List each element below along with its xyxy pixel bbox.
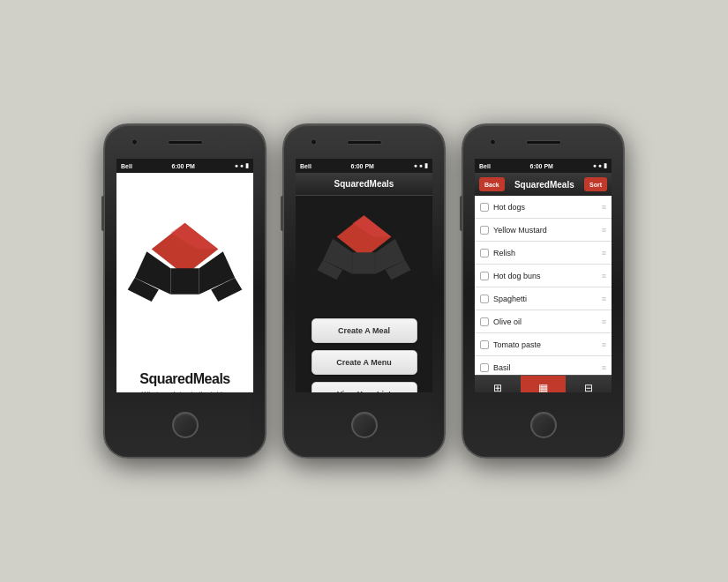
- checkbox-0[interactable]: [480, 203, 489, 212]
- tab-remove-item[interactable]: ⊟ Remove Item: [566, 376, 612, 392]
- list-content: Back SquaredMeals Sort Hot dogs ≡: [475, 173, 612, 392]
- status-icons-2: ● ● ▮: [414, 162, 428, 169]
- grocery-list: Hot dogs ≡ Yellow Mustard ≡ Relish ≡: [475, 196, 612, 375]
- checkbox-3[interactable]: [480, 272, 489, 280]
- phone-3-top: [463, 125, 623, 159]
- menu-content: SquaredMeals Create A Meal Cre: [296, 173, 432, 392]
- time-1: 6:00 PM: [172, 163, 195, 169]
- back-button[interactable]: Back: [479, 177, 505, 191]
- list-item[interactable]: Relish ≡: [475, 242, 612, 265]
- item-text-3: Hot dog buns: [493, 272, 597, 280]
- status-icons-1: ● ● ▮: [235, 162, 249, 169]
- nav-bar-2: SquaredMeals: [296, 173, 432, 196]
- create-meal-button[interactable]: Create A Meal: [311, 318, 417, 343]
- item-text-4: Spaghetti: [493, 295, 597, 303]
- checkbox-2[interactable]: [480, 249, 489, 257]
- remove-item-icon: ⊟: [584, 382, 593, 392]
- reorder-3: ≡: [602, 272, 606, 280]
- phone-2: Bell 6:00 PM ● ● ▮ SquaredMeals: [282, 123, 446, 459]
- home-button-3[interactable]: [530, 412, 557, 438]
- home-button-2[interactable]: [351, 412, 378, 438]
- item-text-0: Hot dogs: [493, 203, 597, 212]
- splash-content: SquaredMeals What you bring to the table…: [116, 173, 253, 392]
- status-bar-2: Bell 6:00 PM ● ● ▮: [296, 159, 432, 173]
- checkbox-6[interactable]: [480, 340, 489, 349]
- carrier-2: Bell: [300, 163, 311, 169]
- app-tagline-phone1: What you bring to the table.: [142, 390, 229, 392]
- phone-1-bottom: [105, 392, 265, 457]
- phone-2-top: [284, 125, 444, 159]
- svg-marker-11: [352, 252, 376, 273]
- tab-bar: ⊞ Add Item ▦ Your Menu ⊟ Remove Item: [475, 375, 612, 392]
- tab-add-item[interactable]: ⊞ Add Item: [475, 376, 521, 392]
- speaker-2: [347, 140, 382, 145]
- front-camera-3: [490, 139, 496, 146]
- status-bar-1: Bell 6:00 PM ● ● ▮: [116, 159, 253, 173]
- list-item[interactable]: Spaghetti ≡: [475, 287, 612, 310]
- phone-1: Bell 6:00 PM ● ● ▮: [103, 123, 266, 459]
- svg-marker-4: [170, 268, 199, 295]
- reorder-5: ≡: [602, 317, 606, 326]
- logo-large: [125, 182, 244, 361]
- status-bar-3: Bell 6:00 PM ● ● ▮: [475, 159, 612, 173]
- front-camera-2: [311, 139, 317, 146]
- time-2: 6:00 PM: [351, 163, 374, 169]
- your-menu-icon: ▦: [538, 382, 548, 392]
- menu-buttons: Create A Meal Create A Menu View Your Li…: [311, 318, 417, 392]
- checkbox-4[interactable]: [480, 295, 489, 303]
- app-title-phone1: SquaredMeals: [139, 371, 229, 387]
- nav-title-3: SquaredMeals: [514, 180, 574, 190]
- list-item[interactable]: Basil ≡: [475, 356, 612, 375]
- checkbox-5[interactable]: [480, 317, 489, 326]
- list-item[interactable]: Tomato paste ≡: [475, 333, 612, 356]
- sort-button[interactable]: Sort: [584, 177, 607, 191]
- phone-1-screen: Bell 6:00 PM ● ● ▮: [116, 159, 253, 392]
- phone-1-top: [105, 125, 265, 159]
- reorder-4: ≡: [602, 295, 606, 303]
- reorder-1: ≡: [602, 226, 606, 235]
- carrier-3: Bell: [479, 163, 491, 169]
- logo-medium: [296, 213, 432, 296]
- item-text-5: Olive oil: [493, 317, 597, 326]
- add-item-icon: ⊞: [493, 382, 502, 392]
- phone-2-bottom: [284, 392, 444, 457]
- list-item[interactable]: Hot dog buns ≡: [475, 265, 612, 287]
- time-3: 6:00 PM: [530, 163, 553, 169]
- view-list-button[interactable]: View Your List: [311, 382, 417, 392]
- nav-title-2: SquaredMeals: [334, 179, 394, 189]
- phone-3-bottom: [463, 392, 623, 457]
- reorder-7: ≡: [602, 363, 606, 372]
- status-icons-3: ● ● ▮: [593, 162, 607, 169]
- item-text-1: Yellow Mustard: [493, 226, 597, 235]
- tab-your-menu[interactable]: ▦ Your Menu: [521, 376, 567, 392]
- create-menu-button[interactable]: Create A Menu: [311, 350, 417, 375]
- checkbox-7[interactable]: [480, 363, 489, 372]
- reorder-0: ≡: [602, 203, 606, 212]
- item-text-7: Basil: [493, 363, 597, 372]
- home-button-1[interactable]: [172, 412, 199, 438]
- reorder-2: ≡: [602, 249, 606, 257]
- phones-container: Bell 6:00 PM ● ● ▮: [103, 123, 625, 459]
- phone-2-screen: Bell 6:00 PM ● ● ▮ SquaredMeals: [296, 159, 432, 392]
- list-item[interactable]: Hot dogs ≡: [475, 196, 612, 219]
- front-camera-1: [131, 139, 138, 146]
- list-item[interactable]: Olive oil ≡: [475, 310, 612, 333]
- phone-3-screen: Bell 6:00 PM ● ● ▮ Back SquaredMeals Sor…: [475, 159, 612, 392]
- item-text-2: Relish: [493, 249, 597, 257]
- carrier-1: Bell: [121, 163, 132, 169]
- speaker-1: [168, 140, 203, 145]
- list-item[interactable]: Yellow Mustard ≡: [475, 219, 612, 242]
- checkbox-1[interactable]: [480, 226, 489, 235]
- phone-3: Bell 6:00 PM ● ● ▮ Back SquaredMeals Sor…: [462, 123, 625, 459]
- speaker-3: [526, 140, 561, 145]
- item-text-6: Tomato paste: [493, 340, 597, 349]
- reorder-6: ≡: [602, 340, 606, 349]
- nav-bar-3: Back SquaredMeals Sort: [475, 173, 612, 196]
